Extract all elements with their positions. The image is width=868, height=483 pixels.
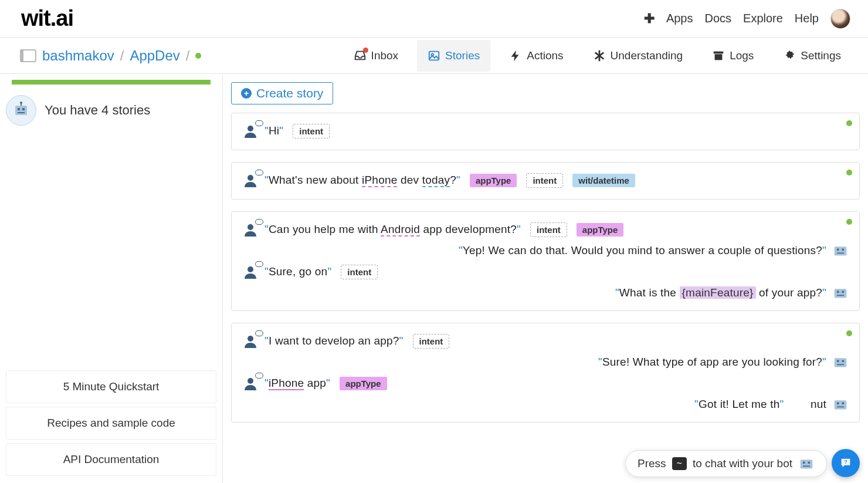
bot-turn: "Got it! Let me th" nut [242, 397, 849, 411]
entity-tag-intent[interactable]: intent [413, 334, 450, 349]
user-utterance[interactable]: "Can you help me with Android app develo… [265, 223, 521, 236]
svg-rect-29 [835, 400, 847, 409]
asterisk-icon [593, 49, 606, 62]
story-count-text: You have 4 stories [45, 103, 150, 118]
entity-tag-appType[interactable]: appType [340, 377, 387, 390]
tab-logs[interactable]: Logs [701, 40, 764, 72]
status-dot-icon [846, 330, 852, 336]
breadcrumb-user[interactable]: bashmakov [42, 48, 114, 64]
image-icon [428, 49, 440, 62]
sidebar-link-api[interactable]: API Documentation [6, 443, 216, 476]
svg-rect-16 [842, 249, 844, 251]
svg-rect-5 [15, 106, 27, 115]
story-card[interactable]: "I want to develop an app?" intent"Sure!… [231, 323, 860, 423]
entity-tag-intent[interactable]: intent [530, 222, 567, 237]
user-icon [242, 172, 259, 188]
book-icon [20, 49, 36, 62]
svg-rect-3 [715, 54, 723, 60]
tab-inbox[interactable]: Inbox [343, 40, 409, 72]
sidebar-link-quickstart[interactable]: 5 Minute Quickstart [6, 370, 216, 403]
user-utterance[interactable]: "I want to develop an app?" [265, 335, 404, 347]
svg-rect-27 [837, 364, 844, 365]
robot-icon [832, 397, 849, 411]
plus-circle-icon: + [241, 88, 252, 99]
tab-stories[interactable]: Stories [417, 40, 490, 72]
user-turn: "What's new about iPhone dev today?" app… [242, 172, 849, 188]
robot-icon [6, 95, 36, 126]
svg-rect-35 [808, 462, 810, 464]
bot-utterance[interactable]: "Yep! We can do that. Would you mind to … [459, 244, 826, 257]
status-dot-icon [846, 219, 852, 225]
user-icon [242, 375, 259, 391]
help-fab[interactable]: ? [832, 449, 860, 477]
svg-point-13 [247, 224, 253, 230]
svg-rect-24 [835, 358, 847, 367]
svg-text:?: ? [844, 459, 847, 465]
breadcrumb-app[interactable]: AppDev [130, 48, 179, 64]
svg-rect-31 [842, 403, 844, 404]
svg-point-12 [247, 175, 253, 181]
status-dot-icon [846, 170, 852, 175]
nav-help[interactable]: Help [795, 12, 819, 25]
progress-bar [12, 80, 211, 85]
nav-explore[interactable]: Explore [743, 12, 783, 25]
user-utterance[interactable]: "iPhone app" [265, 377, 330, 390]
svg-rect-22 [837, 295, 844, 296]
svg-rect-34 [803, 462, 805, 464]
entity-tag-intent[interactable]: intent [341, 265, 378, 279]
user-utterance[interactable]: "Sure, go on" [265, 265, 331, 278]
svg-point-23 [247, 336, 253, 342]
user-icon [242, 264, 259, 280]
svg-rect-30 [837, 403, 839, 404]
bot-utterance[interactable]: "What is the {mainFeature} of your app?" [615, 286, 826, 299]
archive-icon [712, 49, 725, 62]
svg-rect-19 [835, 289, 847, 298]
user-icon [242, 123, 259, 139]
nav-apps[interactable]: Apps [666, 12, 693, 25]
svg-point-28 [247, 378, 253, 384]
robot-icon [798, 457, 815, 471]
entity-tag-appType[interactable]: appType [470, 174, 517, 187]
story-card[interactable]: "What's new about iPhone dev today?" app… [231, 162, 860, 200]
gear-icon [783, 49, 796, 62]
svg-point-11 [247, 126, 253, 131]
sidebar-link-recipes[interactable]: Recipes and sample code [6, 407, 216, 440]
svg-rect-17 [837, 252, 844, 254]
bot-turn: "What is the {mainFeature} of your app?" [242, 286, 849, 300]
bot-utterance[interactable]: "Got it! Let me th" nut [694, 398, 826, 411]
tab-actions[interactable]: Actions [499, 40, 574, 72]
new-app-button[interactable]: ✚ [644, 11, 655, 26]
entity-tag-intent[interactable]: intent [526, 173, 563, 188]
svg-rect-20 [837, 291, 839, 293]
svg-rect-32 [837, 406, 844, 407]
create-story-button[interactable]: + Create story [231, 82, 333, 104]
story-card[interactable]: "Hi" intent [231, 113, 860, 150]
template-variable: {mainFeature} [680, 286, 756, 299]
tab-settings[interactable]: Settings [772, 40, 852, 72]
user-utterance[interactable]: "What's new about iPhone dev today?" [265, 174, 460, 187]
user-turn: "I want to develop an app?" intent [242, 333, 849, 349]
entity-tag-datetime[interactable]: wit/datetime [572, 174, 635, 187]
user-icon [242, 333, 259, 349]
bot-utterance[interactable]: "Sure! What type of app are you looking … [598, 356, 826, 369]
avatar[interactable] [830, 9, 850, 29]
tab-understanding[interactable]: Understanding [582, 40, 694, 72]
user-utterance[interactable]: "Hi" [265, 124, 283, 137]
entity-tag-intent[interactable]: intent [293, 124, 330, 139]
svg-rect-0 [429, 51, 439, 60]
robot-icon [832, 244, 849, 258]
entity-tag-appType[interactable]: appType [577, 223, 624, 237]
user-turn: "Can you help me with Android app develo… [242, 221, 849, 238]
logo[interactable]: wit.ai [21, 6, 73, 31]
svg-rect-25 [837, 360, 839, 362]
svg-rect-2 [714, 51, 724, 53]
chat-widget[interactable]: Press ~ to chat with your bot [625, 450, 827, 477]
story-card[interactable]: "Can you help me with Android app develo… [231, 211, 860, 311]
svg-rect-6 [18, 108, 20, 110]
nav-docs[interactable]: Docs [704, 12, 731, 25]
user-icon [242, 221, 259, 238]
inbox-icon [354, 49, 367, 62]
bot-turn: "Yep! We can do that. Would you mind to … [242, 244, 849, 258]
svg-rect-21 [842, 291, 844, 293]
svg-point-10 [20, 102, 22, 104]
